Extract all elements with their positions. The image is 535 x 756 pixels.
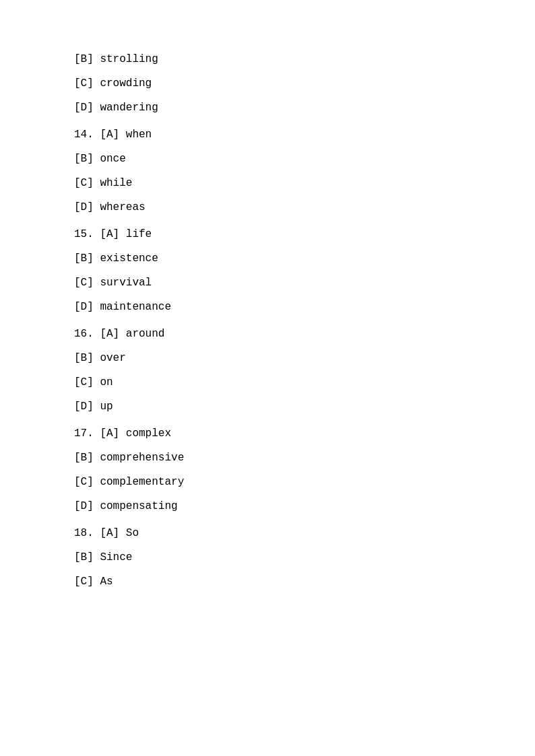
- option-line: [B] strolling: [74, 47, 535, 71]
- option-text: [C] on: [74, 376, 113, 388]
- option-text: [C] complementary: [74, 476, 184, 488]
- question-line: 16. [A] around: [74, 319, 535, 346]
- option-line: [D] whereas: [74, 195, 535, 219]
- question-text: 17. [A] complex: [74, 427, 171, 440]
- option-line: [C] crowding: [74, 71, 535, 96]
- option-text: [B] Since: [74, 551, 132, 563]
- option-text: [D] whereas: [74, 201, 146, 213]
- option-text: [B] once: [74, 153, 126, 165]
- option-text: [C] As: [74, 576, 113, 588]
- question-text: 16. [A] around: [74, 328, 164, 340]
- option-line: [B] once: [74, 147, 535, 171]
- option-line: [D] compensating: [74, 494, 535, 518]
- option-text: [D] compensating: [74, 500, 178, 512]
- question-text: 15. [A] life: [74, 228, 152, 240]
- option-line: [C] survival: [74, 271, 535, 295]
- question-line: 17. [A] complex: [74, 419, 535, 446]
- option-text: [C] while: [74, 177, 132, 189]
- option-line: [C] while: [74, 171, 535, 195]
- option-line: [B] over: [74, 346, 535, 370]
- option-text: [D] wandering: [74, 102, 158, 114]
- option-text: [C] survival: [74, 277, 152, 289]
- option-line: [D] up: [74, 394, 535, 419]
- option-line: [C] complementary: [74, 470, 535, 494]
- option-text: [B] comprehensive: [74, 452, 184, 464]
- main-content: [B] strolling[C] crowding[D] wandering14…: [0, 0, 535, 641]
- option-line: [B] Since: [74, 545, 535, 570]
- question-text: 18. [A] So: [74, 527, 139, 539]
- question-line: 14. [A] when: [74, 120, 535, 147]
- question-text: 14. [A] when: [74, 129, 152, 141]
- option-line: [B] comprehensive: [74, 446, 535, 470]
- option-line: [C] As: [74, 570, 535, 594]
- option-line: [D] maintenance: [74, 295, 535, 319]
- option-text: [C] crowding: [74, 77, 152, 90]
- question-line: 18. [A] So: [74, 518, 535, 545]
- option-text: [D] up: [74, 401, 113, 413]
- option-text: [B] existence: [74, 252, 158, 265]
- option-line: [C] on: [74, 370, 535, 394]
- option-line: [D] wandering: [74, 96, 535, 120]
- option-text: [B] over: [74, 352, 126, 364]
- question-line: 15. [A] life: [74, 219, 535, 246]
- option-text: [B] strolling: [74, 53, 158, 65]
- option-text: [D] maintenance: [74, 301, 171, 313]
- option-line: [B] existence: [74, 246, 535, 271]
